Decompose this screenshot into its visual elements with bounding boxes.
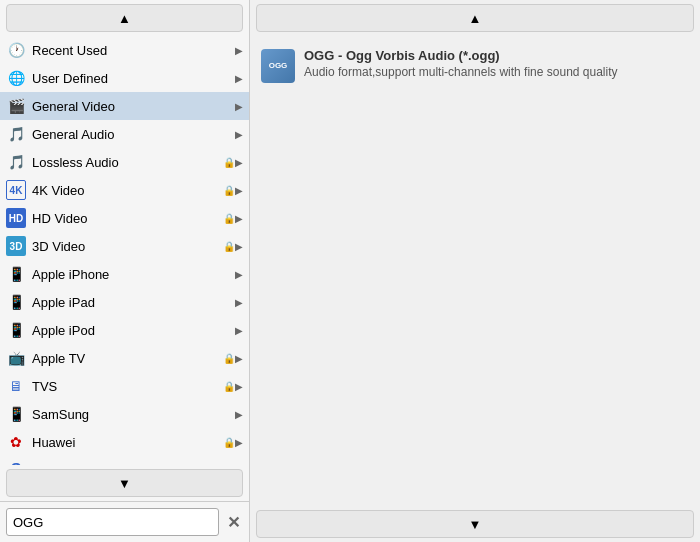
category-item-samsung[interactable]: 📱SamSung▶ bbox=[0, 400, 249, 428]
arrow-icon-3d-video: ▶ bbox=[235, 241, 243, 252]
arrow-icon-apple-ipad: ▶ bbox=[235, 297, 243, 308]
category-label-apple-ipad: Apple iPad bbox=[32, 295, 235, 310]
category-label-apple-iphone: Apple iPhone bbox=[32, 267, 235, 282]
category-icon-3d-video: 3D bbox=[6, 236, 26, 256]
arrow-icon-apple-ipod: ▶ bbox=[235, 325, 243, 336]
category-label-huawei: Huawei bbox=[32, 435, 221, 450]
category-item-apple-iphone[interactable]: 📱Apple iPhone▶ bbox=[0, 260, 249, 288]
lock-icon-lossless-audio: 🔒 bbox=[223, 157, 235, 168]
category-icon-recent: 🕐 bbox=[6, 40, 26, 60]
category-item-recent[interactable]: 🕐Recent Used▶ bbox=[0, 36, 249, 64]
arrow-icon-apple-iphone: ▶ bbox=[235, 269, 243, 280]
arrow-icon-samsung: ▶ bbox=[235, 409, 243, 420]
category-item-general-audio[interactable]: 🎵General Audio▶ bbox=[0, 120, 249, 148]
format-icon-ogg: OGG bbox=[260, 48, 296, 84]
category-item-tvs[interactable]: 🖥TVS🔒▶ bbox=[0, 372, 249, 400]
category-icon-sony: S bbox=[6, 460, 26, 465]
category-item-4k-video[interactable]: 4K4K Video🔒▶ bbox=[0, 176, 249, 204]
lock-icon-huawei: 🔒 bbox=[223, 437, 235, 448]
category-item-apple-ipod[interactable]: 📱Apple iPod▶ bbox=[0, 316, 249, 344]
category-label-tvs: TVS bbox=[32, 379, 221, 394]
category-label-sony: Sony bbox=[32, 463, 221, 466]
category-label-general-audio: General Audio bbox=[32, 127, 235, 142]
category-icon-huawei: ✿ bbox=[6, 432, 26, 452]
category-list: 🕐Recent Used▶🌐User Defined▶🎬General Vide… bbox=[0, 36, 249, 465]
format-text-ogg: OGG - Ogg Vorbis Audio (*.ogg)Audio form… bbox=[304, 48, 618, 79]
category-item-3d-video[interactable]: 3D3D Video🔒▶ bbox=[0, 232, 249, 260]
category-item-apple-ipad[interactable]: 📱Apple iPad▶ bbox=[0, 288, 249, 316]
category-label-4k-video: 4K Video bbox=[32, 183, 221, 198]
category-icon-hd-video: HD bbox=[6, 208, 26, 228]
right-panel: ▲ OGGOGG - Ogg Vorbis Audio (*.ogg)Audio… bbox=[250, 0, 700, 542]
category-item-user-defined[interactable]: 🌐User Defined▶ bbox=[0, 64, 249, 92]
category-icon-general-video: 🎬 bbox=[6, 96, 26, 116]
category-label-3d-video: 3D Video bbox=[32, 239, 221, 254]
arrow-icon-lossless-audio: ▶ bbox=[235, 157, 243, 168]
lock-icon-tvs: 🔒 bbox=[223, 381, 235, 392]
arrow-icon-hd-video: ▶ bbox=[235, 213, 243, 224]
scroll-up-button[interactable]: ▲ bbox=[6, 4, 243, 32]
category-label-hd-video: HD Video bbox=[32, 211, 221, 226]
category-item-huawei[interactable]: ✿Huawei🔒▶ bbox=[0, 428, 249, 456]
category-item-hd-video[interactable]: HDHD Video🔒▶ bbox=[0, 204, 249, 232]
category-item-apple-tv[interactable]: 📺Apple TV🔒▶ bbox=[0, 344, 249, 372]
right-scroll-up-icon: ▲ bbox=[469, 11, 482, 26]
category-icon-lossless-audio: 🎵 bbox=[6, 152, 26, 172]
arrow-icon-tvs: ▶ bbox=[235, 381, 243, 392]
category-icon-user-defined: 🌐 bbox=[6, 68, 26, 88]
category-icon-apple-tv: 📺 bbox=[6, 348, 26, 368]
category-icon-apple-ipod: 📱 bbox=[6, 320, 26, 340]
lock-icon-4k-video: 🔒 bbox=[223, 185, 235, 196]
format-item-ogg[interactable]: OGGOGG - Ogg Vorbis Audio (*.ogg)Audio f… bbox=[256, 42, 694, 90]
category-icon-apple-ipad: 📱 bbox=[6, 292, 26, 312]
category-label-recent: Recent Used bbox=[32, 43, 235, 58]
category-label-general-video: General Video bbox=[32, 99, 235, 114]
search-bar: ✕ bbox=[0, 501, 249, 542]
lock-icon-hd-video: 🔒 bbox=[223, 213, 235, 224]
arrow-icon-general-audio: ▶ bbox=[235, 129, 243, 140]
arrow-icon-sony: ▶ bbox=[235, 465, 243, 466]
arrow-icon-recent: ▶ bbox=[235, 45, 243, 56]
arrow-icon-4k-video: ▶ bbox=[235, 185, 243, 196]
left-panel: ▲ 🕐Recent Used▶🌐User Defined▶🎬General Vi… bbox=[0, 0, 250, 542]
category-label-apple-tv: Apple TV bbox=[32, 351, 221, 366]
category-icon-tvs: 🖥 bbox=[6, 376, 26, 396]
format-list: OGGOGG - Ogg Vorbis Audio (*.ogg)Audio f… bbox=[250, 36, 700, 506]
arrow-icon-apple-tv: ▶ bbox=[235, 353, 243, 364]
lock-icon-apple-tv: 🔒 bbox=[223, 353, 235, 364]
format-description-ogg: Audio format,support multi-channels with… bbox=[304, 65, 618, 79]
category-icon-apple-iphone: 📱 bbox=[6, 264, 26, 284]
category-icon-general-audio: 🎵 bbox=[6, 124, 26, 144]
format-name-ogg: OGG - Ogg Vorbis Audio (*.ogg) bbox=[304, 48, 618, 63]
scroll-up-icon: ▲ bbox=[118, 11, 131, 26]
right-scroll-down-icon: ▼ bbox=[469, 517, 482, 532]
category-label-lossless-audio: Lossless Audio bbox=[32, 155, 221, 170]
main-container: ▲ 🕐Recent Used▶🌐User Defined▶🎬General Vi… bbox=[0, 0, 700, 542]
category-icon-4k-video: 4K bbox=[6, 180, 26, 200]
category-label-apple-ipod: Apple iPod bbox=[32, 323, 235, 338]
right-scroll-up-button[interactable]: ▲ bbox=[256, 4, 694, 32]
category-item-sony[interactable]: SSony🔒▶ bbox=[0, 456, 249, 465]
lock-icon-sony: 🔒 bbox=[223, 465, 235, 466]
arrow-icon-huawei: ▶ bbox=[235, 437, 243, 448]
search-input[interactable] bbox=[6, 508, 219, 536]
category-label-user-defined: User Defined bbox=[32, 71, 235, 86]
scroll-down-icon: ▼ bbox=[118, 476, 131, 491]
arrow-icon-general-video: ▶ bbox=[235, 101, 243, 112]
search-clear-button[interactable]: ✕ bbox=[223, 512, 243, 532]
category-item-general-video[interactable]: 🎬General Video▶ bbox=[0, 92, 249, 120]
category-label-samsung: SamSung bbox=[32, 407, 235, 422]
arrow-icon-user-defined: ▶ bbox=[235, 73, 243, 84]
lock-icon-3d-video: 🔒 bbox=[223, 241, 235, 252]
right-scroll-down-button[interactable]: ▼ bbox=[256, 510, 694, 538]
category-item-lossless-audio[interactable]: 🎵Lossless Audio🔒▶ bbox=[0, 148, 249, 176]
category-icon-samsung: 📱 bbox=[6, 404, 26, 424]
scroll-down-button[interactable]: ▼ bbox=[6, 469, 243, 497]
